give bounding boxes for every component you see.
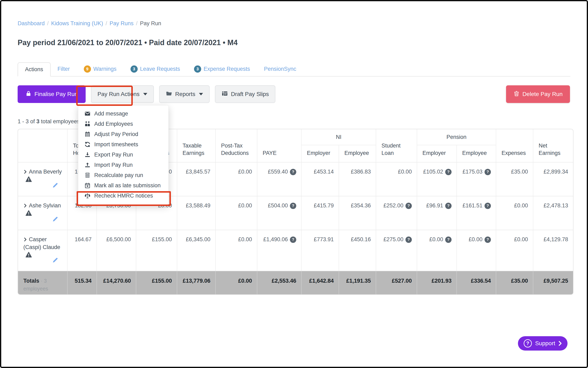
cell-value: £0.00	[469, 236, 483, 242]
breadcrumb-item-kidows-training-uk[interactable]: Kidows Training (UK)	[51, 20, 103, 27]
cell-ni_employee: £450.16	[339, 230, 376, 271]
help-badge-icon[interactable]: ?	[445, 237, 452, 243]
cell-value: £96.91	[426, 202, 443, 209]
payslips-icon	[221, 90, 228, 98]
cell-value: £105.02	[423, 169, 443, 175]
help-badge-icon[interactable]: ?	[445, 169, 452, 175]
finalise-pay-run-label: Finalise Pay Run	[35, 91, 78, 97]
cell-taxable: £3,588.49	[177, 196, 215, 230]
menu-item-label: Import timesheets	[94, 141, 138, 148]
help-badge-icon[interactable]: ?	[445, 203, 452, 209]
edit-pencil-icon[interactable]	[52, 257, 59, 266]
help-badge-icon[interactable]: ?	[405, 237, 412, 243]
draft-pay-slips-label: Draft Pay Slips	[231, 91, 269, 97]
totals-cell-ni_employee: £1,191.35	[339, 271, 376, 294]
tab-badge: 3	[131, 65, 138, 73]
totals-cell-hours: 515.34	[67, 271, 97, 294]
help-badge-icon[interactable]: ?	[484, 237, 491, 243]
employee-name[interactable]: Ashe Sylvian	[29, 202, 61, 209]
menu-item-export-pay-run[interactable]: Export Pay Run	[78, 149, 168, 160]
cell-value: £161.51	[462, 202, 483, 209]
help-badge-icon[interactable]: ?	[484, 203, 491, 209]
column-header-pension-employee: Employee	[456, 145, 496, 162]
help-badge-icon[interactable]: ?	[290, 237, 296, 243]
pay-run-actions-button[interactable]: Pay Run Actions	[91, 85, 154, 103]
tab-leave-requests[interactable]: 3Leave Requests	[123, 62, 187, 76]
cell-value: £0.00	[238, 236, 252, 242]
cell-pretax: £155.00	[136, 230, 177, 271]
column-header-ni-employee: Employee	[339, 145, 376, 162]
edit-pencil-icon[interactable]	[52, 182, 59, 191]
delete-pay-run-button[interactable]: Delete Pay Run	[506, 85, 570, 103]
cell-ni_employee: £354.36	[339, 196, 376, 230]
help-badge-icon[interactable]: ?	[484, 169, 491, 175]
upload-icon	[84, 162, 91, 168]
help-badge-icon[interactable]: ?	[290, 169, 296, 175]
tab-expense-requests[interactable]: 3Expense Requests	[187, 62, 257, 76]
menu-item-recheck-hmrc-notices[interactable]: Recheck HMRC notices	[78, 191, 168, 201]
chevron-right-icon[interactable]	[23, 236, 27, 243]
cell-paye: £1,490.06?	[257, 230, 301, 271]
cell-net: £4,129.78	[533, 230, 573, 271]
draft-pay-slips-button[interactable]: Draft Pay Slips	[215, 85, 275, 103]
cell-value: £4,129.78	[544, 236, 568, 242]
cell-value: £252.00	[383, 202, 404, 209]
warning-icon[interactable]	[26, 210, 32, 218]
pay-run-actions-menu: Add messageAdd EmployeesAdjust Pay Perio…	[78, 105, 169, 205]
totals-cell-expenses: £35.00	[496, 271, 533, 294]
menu-item-mark-all-as-late-submission[interactable]: Mark all as late submission	[78, 180, 168, 191]
column-header-net-earnings: Net Earnings	[533, 129, 573, 162]
help-badge-icon[interactable]: ?	[290, 203, 296, 209]
calendar-x-icon	[84, 182, 91, 189]
cell-value: £559.40	[268, 169, 288, 175]
warning-icon[interactable]	[26, 176, 32, 184]
edit-pencil-icon[interactable]	[52, 216, 59, 224]
reports-button[interactable]: Reports	[159, 85, 210, 103]
reports-label: Reports	[175, 91, 195, 97]
tab-filter[interactable]: Filter	[51, 62, 77, 76]
menu-item-label: Mark all as late submission	[94, 182, 161, 189]
cell-value: £0.00	[514, 202, 528, 209]
chevron-right-icon[interactable]	[23, 202, 27, 210]
caret-down-icon	[143, 93, 147, 95]
cell-net: £2,899.34	[533, 162, 573, 196]
menu-item-import-timesheets[interactable]: Import timesheets	[78, 139, 168, 149]
totals-cell-earnings: £14,270.60	[97, 271, 136, 294]
menu-item-import-pay-run[interactable]: Import Pay Run	[78, 160, 168, 170]
menu-item-add-message[interactable]: Add message	[78, 109, 168, 119]
menu-item-label: Recheck HMRC notices	[94, 193, 153, 199]
tab-actions[interactable]: Actions	[18, 62, 51, 76]
menu-item-label: Import Pay Run	[94, 162, 133, 168]
employee-name-cell: Casper (Caspi) Claude	[18, 230, 67, 271]
cell-value: £504.00	[268, 202, 288, 209]
tab-pensionsync[interactable]: PensionSync	[257, 62, 303, 76]
menu-item-recalculate-pay-run[interactable]: Recalculate pay run	[78, 170, 168, 180]
breadcrumb-item-dashboard[interactable]: Dashboard	[18, 20, 45, 27]
tab-label: PensionSync	[264, 66, 296, 72]
support-button[interactable]: ? Support	[518, 336, 568, 350]
help-badge-icon[interactable]: ?	[405, 203, 412, 209]
totals-cell-pension_employer: £201.93	[417, 271, 456, 294]
totals-cell-paye: £2,553.46	[257, 271, 301, 294]
column-header-name	[18, 129, 67, 162]
menu-item-add-employees[interactable]: Add Employees	[78, 119, 168, 129]
tab-warnings[interactable]: 9Warnings	[77, 62, 123, 76]
breadcrumb-item-pay-runs[interactable]: Pay Runs	[110, 20, 134, 27]
finalise-pay-run-button[interactable]: Finalise Pay Run	[18, 85, 86, 103]
breadcrumb-separator: /	[105, 20, 107, 27]
lock-icon	[26, 91, 32, 98]
warning-icon[interactable]	[26, 252, 32, 260]
totals-label-cell: Totals · 3employees	[18, 271, 67, 294]
tab-label: Expense Requests	[204, 66, 250, 72]
menu-item-label: Recalculate pay run	[94, 172, 143, 178]
chevron-right-icon[interactable]	[23, 168, 27, 176]
employee-name[interactable]: Anna Beverly	[29, 169, 62, 175]
cell-value: £0.00	[238, 169, 252, 175]
cell-value: £0.00	[238, 202, 252, 209]
delete-pay-run-label: Delete Pay Run	[522, 91, 562, 97]
cell-student_loan: £275.00?	[376, 230, 417, 271]
cell-pension_employee: £161.51?	[456, 196, 496, 230]
column-header-taxable-earnings: Taxable Earnings	[177, 129, 215, 162]
employee-name[interactable]: Casper (Caspi) Claude	[23, 236, 60, 250]
menu-item-adjust-pay-period[interactable]: Adjust Pay Period	[78, 129, 168, 139]
